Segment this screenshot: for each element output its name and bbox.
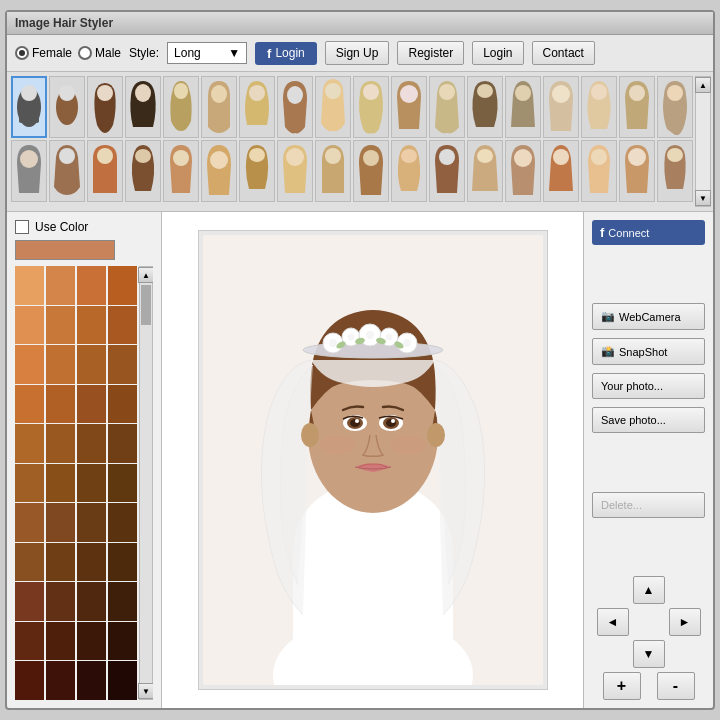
hair-scrollbar[interactable]: ▲ ▼ (695, 76, 711, 207)
color-cell[interactable] (15, 622, 44, 661)
color-cell[interactable] (108, 661, 137, 700)
color-cell[interactable] (108, 503, 137, 542)
hair-item[interactable] (353, 76, 389, 138)
color-cell[interactable] (108, 543, 137, 582)
color-cell[interactable] (108, 385, 137, 424)
hair-item[interactable] (543, 140, 579, 202)
hair-item[interactable] (581, 76, 617, 138)
color-cell[interactable] (15, 464, 44, 503)
hair-item[interactable] (619, 140, 655, 202)
color-cell[interactable] (46, 424, 75, 463)
color-cell[interactable] (108, 622, 137, 661)
color-cell[interactable] (15, 582, 44, 621)
hair-item[interactable] (657, 140, 693, 202)
color-cell[interactable] (77, 345, 106, 384)
color-cell[interactable] (77, 385, 106, 424)
female-option[interactable]: Female (15, 46, 72, 60)
color-cell[interactable] (46, 582, 75, 621)
color-cell[interactable] (15, 503, 44, 542)
color-cell[interactable] (77, 661, 106, 700)
color-cell[interactable] (108, 266, 137, 305)
hair-item[interactable] (315, 76, 351, 138)
login-button[interactable]: Login (472, 41, 523, 65)
color-cell[interactable] (46, 345, 75, 384)
color-cell[interactable] (46, 661, 75, 700)
color-cell[interactable] (108, 464, 137, 503)
hair-item[interactable] (277, 76, 313, 138)
save-photo-button[interactable]: Save photo... (592, 407, 705, 433)
webcam-button[interactable]: 📷 WebCamera (592, 303, 705, 330)
register-button[interactable]: Register (397, 41, 464, 65)
hair-item[interactable] (505, 76, 541, 138)
fb-login-button[interactable]: f Login (255, 42, 317, 65)
hair-item[interactable] (49, 140, 85, 202)
color-cell[interactable] (46, 385, 75, 424)
hair-item[interactable] (163, 140, 199, 202)
female-radio[interactable] (15, 46, 29, 60)
scroll-down-arrow[interactable]: ▼ (695, 190, 711, 206)
contact-button[interactable]: Contact (532, 41, 595, 65)
hair-item[interactable] (87, 140, 123, 202)
hair-item[interactable] (277, 140, 313, 202)
color-cell[interactable] (15, 306, 44, 345)
color-cell[interactable] (77, 622, 106, 661)
palette-scroll-up[interactable]: ▲ (138, 267, 153, 283)
color-cell[interactable] (77, 266, 106, 305)
color-cell[interactable] (77, 306, 106, 345)
hair-item[interactable] (429, 140, 465, 202)
color-cell[interactable] (77, 424, 106, 463)
color-cell[interactable] (46, 464, 75, 503)
color-cell[interactable] (15, 543, 44, 582)
hair-item[interactable] (429, 76, 465, 138)
hair-item[interactable] (657, 76, 693, 138)
color-cell[interactable] (46, 266, 75, 305)
color-cell[interactable] (15, 266, 44, 305)
hair-item[interactable] (391, 140, 427, 202)
color-cell[interactable] (46, 306, 75, 345)
zoom-out-button[interactable]: - (657, 672, 695, 700)
hair-item[interactable] (125, 140, 161, 202)
hair-item[interactable] (581, 140, 617, 202)
hair-item[interactable] (391, 76, 427, 138)
hair-item[interactable] (239, 140, 275, 202)
snapshot-button[interactable]: 📸 SnapShot (592, 338, 705, 365)
color-cell[interactable] (108, 345, 137, 384)
color-cell[interactable] (46, 543, 75, 582)
hair-item[interactable] (353, 140, 389, 202)
hair-item[interactable] (125, 76, 161, 138)
nav-left-button[interactable]: ◄ (597, 608, 629, 636)
nav-up-button[interactable]: ▲ (633, 576, 665, 604)
hair-item[interactable] (239, 76, 275, 138)
color-cell[interactable] (77, 464, 106, 503)
sign-up-button[interactable]: Sign Up (325, 41, 390, 65)
zoom-in-button[interactable]: + (603, 672, 641, 700)
color-cell[interactable] (108, 424, 137, 463)
scroll-up-arrow[interactable]: ▲ (695, 77, 711, 93)
hair-item[interactable] (505, 140, 541, 202)
hair-item[interactable] (163, 76, 199, 138)
color-cell[interactable] (15, 661, 44, 700)
delete-button[interactable]: Delete... (592, 492, 705, 518)
use-color-checkbox[interactable] (15, 220, 29, 234)
nav-right-button[interactable]: ► (669, 608, 701, 636)
hair-item[interactable] (87, 76, 123, 138)
color-cell[interactable] (108, 582, 137, 621)
color-cell[interactable] (15, 385, 44, 424)
hair-item[interactable] (619, 76, 655, 138)
color-cell[interactable] (77, 503, 106, 542)
palette-scroll-down[interactable]: ▼ (138, 683, 153, 699)
color-cell[interactable] (15, 345, 44, 384)
nav-down-button[interactable]: ▼ (633, 640, 665, 668)
color-cell[interactable] (77, 543, 106, 582)
hair-item[interactable] (201, 76, 237, 138)
hair-item[interactable] (467, 140, 503, 202)
color-cell[interactable] (46, 503, 75, 542)
style-dropdown[interactable]: Long ▼ (167, 42, 247, 64)
your-photo-button[interactable]: Your photo... (592, 373, 705, 399)
color-cell[interactable] (77, 582, 106, 621)
hair-item[interactable] (49, 76, 85, 138)
color-cell[interactable] (46, 622, 75, 661)
male-option[interactable]: Male (78, 46, 121, 60)
hair-item[interactable] (543, 76, 579, 138)
selected-color-swatch[interactable] (15, 240, 115, 260)
